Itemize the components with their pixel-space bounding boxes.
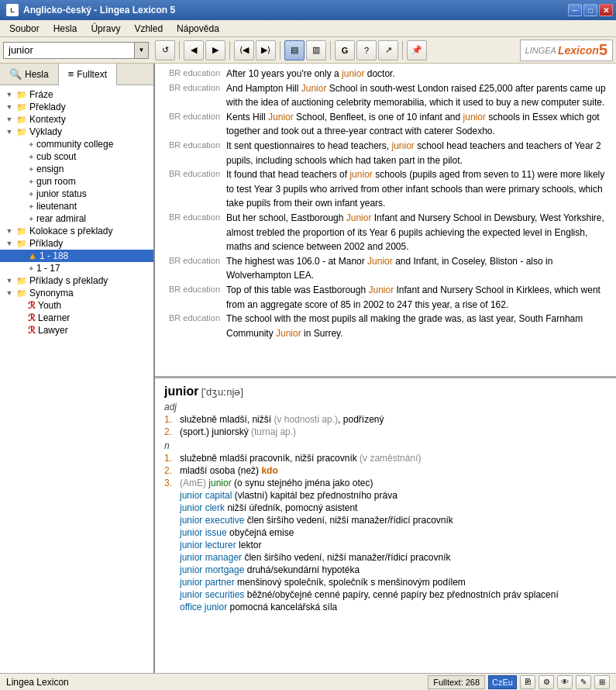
toolbar-btn-refresh[interactable]: ↺ [155, 40, 175, 60]
toolbar-sep-4 [330, 41, 331, 60]
tree-panel: ▼📁Fráze▼📁Překlady▼📁Kontexty▼📁Výklady ✦co… [0, 85, 153, 673]
menu-upravy[interactable]: Úpravy [84, 22, 126, 36]
tab-hesla[interactable]: 🔍 Hesla [0, 64, 59, 85]
hesla-icon: 🔍 [9, 68, 22, 80]
expand-icon: ▼ [3, 289, 15, 297]
search-input[interactable] [3, 42, 135, 59]
folder-icon: 📁 [15, 90, 28, 100]
language-button[interactable]: CzEu [488, 675, 517, 689]
tree-item[interactable]: ▼📁Výklady [0, 126, 153, 138]
entry-opt: (AmE) [180, 478, 208, 488]
tree-item[interactable]: ✦gun room [0, 175, 153, 188]
status-icon1[interactable]: 🖹 [520, 675, 535, 689]
toolbar-btn-right[interactable]: ▶⟩ [256, 40, 276, 60]
tree-item[interactable]: ℛLawyer [0, 324, 153, 336]
menu-napoveda[interactable]: Nápověda [170, 22, 225, 36]
menu-soubor[interactable]: Soubor [3, 22, 46, 36]
status-icon5[interactable]: ⊞ [594, 675, 610, 689]
dict-subentry: junior executive člen širšího vedení, ni… [180, 515, 607, 526]
search-dropdown-button[interactable]: ▼ [135, 42, 149, 59]
highlight-word: junior [208, 478, 231, 488]
status-icon3[interactable]: 👁 [557, 675, 573, 689]
minimize-button[interactable]: ─ [568, 4, 582, 16]
entry-num: 1. [164, 453, 180, 464]
tree-item[interactable]: ▼📁Překlady [0, 101, 153, 113]
context-label: BR education [161, 167, 223, 211]
tree-item[interactable]: ▼📁Synonyma [0, 287, 153, 299]
entry-num: 1. [164, 414, 180, 425]
tree-item[interactable]: ✦rear admiral [0, 212, 153, 225]
maximize-button[interactable]: □ [583, 4, 597, 16]
tree-item[interactable]: ✦community college [0, 138, 153, 150]
tree-item[interactable]: ℛLearner [0, 312, 153, 324]
tab-fulltext[interactable]: ≡ Fulltext [59, 64, 117, 85]
title-bar: L Anglicko-český - Lingea Lexicon 5 ─ □ … [0, 0, 616, 20]
tree-item[interactable]: ✦lieutenant [0, 200, 153, 212]
tree-item[interactable]: ▼📁Kolokace s překlady [0, 225, 153, 237]
tree-item[interactable]: ✦1 - 17 [0, 262, 153, 274]
toolbar-btn-nav[interactable]: ↗ [378, 40, 398, 60]
folder-icon: 📁 [15, 239, 28, 249]
status-icon4[interactable]: ✎ [576, 675, 591, 689]
folder-icon: 📁 [15, 288, 28, 298]
tree-item[interactable]: ℛYouth [0, 299, 153, 312]
toolbar-btn-view2[interactable]: ▥ [306, 40, 326, 60]
tree-item[interactable]: ✦ensign [0, 163, 153, 175]
tree-label: ensign [36, 164, 64, 174]
expand-icon: ▼ [3, 103, 15, 111]
dict-phonetic: ['dʒuːnjə] [201, 386, 243, 398]
logo-num: 5 [599, 41, 607, 59]
highlight-word: junior [342, 68, 364, 79]
highlight-word: kdo [261, 465, 277, 476]
folder-icon: 📁 [15, 127, 28, 137]
tree-item[interactable]: ▼📁Příklady s překlady [0, 274, 153, 287]
tree-item[interactable]: ▼📁Příklady [0, 237, 153, 250]
syn-icon: ℛ [28, 312, 36, 323]
sub-word: office junior [180, 602, 227, 612]
dict-subentry: junior mortgage druhá/sekundární hypoték… [180, 564, 607, 575]
toolbar-btn-left[interactable]: ⟨◀ [234, 40, 254, 60]
tree-item[interactable]: ▼📁Fráze [0, 88, 153, 101]
toolbar-btn-g[interactable]: G [335, 40, 355, 60]
tree-label: rear admiral [36, 213, 86, 224]
tree-item[interactable]: ✦cub scout [0, 150, 153, 163]
toolbar-btn-pin[interactable]: 📌 [407, 40, 427, 60]
highlight-word: junior [349, 169, 372, 180]
toolbar-sep-2 [229, 41, 230, 60]
tree-label: Příklady [29, 238, 63, 249]
toolbar-btn-view1[interactable]: ▤ [284, 40, 305, 60]
fulltext-count: Fulltext: 268 [428, 675, 485, 689]
app-icon: L [6, 4, 19, 16]
tree-item[interactable]: ▲1 - 188 [0, 250, 153, 262]
menu-hesla[interactable]: Hesla [47, 22, 84, 36]
tree-label: Překlady [29, 102, 66, 112]
status-right: Fulltext: 268 CzEu 🖹 ⚙ 👁 ✎ ⊞ [428, 675, 610, 689]
highlight-word: junior [391, 140, 414, 151]
sub-word: junior mortgage [180, 564, 244, 575]
toolbar-btn-help[interactable]: ? [356, 40, 377, 60]
toolbar-btn-back[interactable]: ◀ [184, 40, 204, 60]
sub-def: běžné/obyčejné cenné papíry, cenné papír… [247, 589, 559, 600]
tree-item[interactable]: ▼📁Kontexty [0, 113, 153, 126]
sub-def: nižší úředník, pomocný asistent [227, 502, 357, 513]
dict-pos-adj: adj [164, 402, 607, 412]
menu-vzhled[interactable]: Vzhled [128, 22, 169, 36]
dict-panel: junior ['dʒuːnjə]adj1.služebně mladší, n… [155, 378, 616, 673]
toolbar-btn-forward[interactable]: ▶ [205, 40, 225, 60]
close-button[interactable]: ✕ [599, 4, 613, 16]
sub-def: člen širšího vedení, nižší manažer/řídic… [244, 552, 450, 563]
tree-label: Kolokace s překlady [29, 226, 112, 236]
tree-item[interactable]: ✦junior status [0, 188, 153, 200]
sub-def: obyčejná emise [229, 527, 294, 538]
entry-text: (AmE) junior (o synu stejného jména jako… [180, 478, 607, 488]
entry-num: 3. [164, 478, 180, 488]
tree-label: Learner [38, 312, 70, 323]
tree-label: 1 - 188 [40, 250, 68, 261]
status-icon2[interactable]: ⚙ [539, 675, 554, 689]
dict-subentry: junior issue obyčejná emise [180, 527, 607, 538]
syn-icon: ℛ [28, 325, 36, 336]
folder-icon: 📁 [15, 226, 28, 236]
sub-def: člen širšího vedení, nižší manažer/řídic… [247, 515, 453, 526]
tree-label: Lawyer [38, 325, 68, 336]
logo-text: Lexicon [558, 44, 599, 57]
